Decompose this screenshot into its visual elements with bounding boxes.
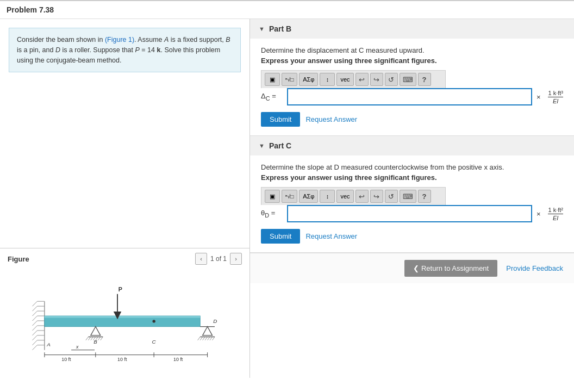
svg-line-20 <box>33 345 38 350</box>
part-c-collapse-icon: ▼ <box>259 142 265 149</box>
part-c-description: Determine the slope at D measured counte… <box>261 163 563 171</box>
svg-line-34 <box>213 337 215 340</box>
figure-canvas: P <box>0 269 249 378</box>
part-c-toolbar: ▣ ⁿ√□ AΣφ ↕ vec ↩ ↪ ↺ ⌨ ? <box>261 187 446 205</box>
beam-diagram: P <box>11 275 239 367</box>
part-b-unit-den: EI <box>553 97 558 104</box>
svg-text:D: D <box>213 318 217 324</box>
part-c-instruction: Express your answer using three signific… <box>261 173 563 182</box>
svg-line-28 <box>198 337 200 340</box>
part-c-unit-num: 1 k·ft² <box>548 207 563 214</box>
info-box: Consider the beam shown in (Figure 1). A… <box>9 28 241 72</box>
svg-marker-26 <box>203 327 213 335</box>
help-button-c[interactable]: ? <box>418 190 431 203</box>
aze-button-b[interactable]: AΣφ <box>299 73 318 86</box>
svg-line-30 <box>203 337 205 340</box>
svg-rect-22 <box>45 316 200 318</box>
part-c-unit-den: EI <box>553 214 558 221</box>
part-b-submit-button[interactable]: Submit <box>261 112 300 127</box>
part-c-title: Part C <box>269 141 291 150</box>
part-b-body: Determine the displacement at C measured… <box>250 39 574 135</box>
part-b-header[interactable]: ▼ Part B <box>250 19 574 39</box>
part-c-times: × <box>536 210 541 218</box>
figure-nav: ‹ 1 of 1 › <box>195 253 242 265</box>
svg-line-17 <box>33 331 38 335</box>
arrows-button-b[interactable]: ↕ <box>320 73 335 86</box>
part-c-request-link[interactable]: Request Answer <box>305 232 357 240</box>
svg-text:x: x <box>76 344 79 350</box>
undo-button-c[interactable]: ↩ <box>355 190 369 203</box>
bottom-bar: ❮ Return to Assignment Provide Feedback <box>250 253 574 283</box>
part-b-times: × <box>536 93 541 101</box>
figure-link[interactable]: (Figure 1) <box>105 36 134 43</box>
part-b-input-label: ΔC = <box>261 92 283 102</box>
part-b-collapse-icon: ▼ <box>259 26 265 32</box>
redo-button-b[interactable]: ↪ <box>370 73 383 86</box>
svg-line-43 <box>101 337 103 340</box>
undo-button-b[interactable]: ↩ <box>355 73 369 86</box>
sqrt-button-c[interactable]: ⁿ√□ <box>282 190 297 203</box>
part-c-submit-button[interactable]: Submit <box>261 229 300 244</box>
svg-line-12 <box>33 306 38 311</box>
info-text: Consider the beam shown in (Figure 1). A… <box>17 36 230 64</box>
svg-line-15 <box>33 321 38 326</box>
part-c-action-row: Submit Request Answer <box>261 229 563 244</box>
part-b-input[interactable] <box>287 88 532 105</box>
keyboard-button-b[interactable]: ⌨ <box>400 73 416 86</box>
reset-button-c[interactable]: ↺ <box>385 190 398 203</box>
svg-line-32 <box>208 337 210 340</box>
matrix-button-c[interactable]: ▣ <box>265 190 280 203</box>
arrows-button-c[interactable]: ↕ <box>320 190 335 203</box>
svg-line-19 <box>33 340 38 345</box>
svg-line-16 <box>33 326 38 331</box>
svg-line-18 <box>33 335 38 340</box>
svg-text:C: C <box>152 339 157 345</box>
part-c-body: Determine the slope at D measured counte… <box>250 155 574 252</box>
svg-line-37 <box>86 337 88 340</box>
prev-figure-button[interactable]: ‹ <box>195 253 207 265</box>
part-b-action-row: Submit Request Answer <box>261 112 563 127</box>
part-b-request-link[interactable]: Request Answer <box>305 115 357 123</box>
left-panel: Consider the beam shown in (Figure 1). A… <box>0 19 250 378</box>
part-b-unit: 1 k·ft³ EI <box>548 90 563 104</box>
part-c-header[interactable]: ▼ Part C <box>250 136 574 155</box>
aze-button-c[interactable]: AΣφ <box>299 190 318 203</box>
redo-button-c[interactable]: ↪ <box>370 190 383 203</box>
help-button-b[interactable]: ? <box>418 73 431 86</box>
svg-text:A: A <box>46 341 51 347</box>
svg-text:10 ft: 10 ft <box>61 357 71 362</box>
return-to-assignment-button[interactable]: ❮ Return to Assignment <box>404 260 497 277</box>
part-b-unit-num: 1 k·ft³ <box>548 90 563 97</box>
page-indicator: 1 of 1 <box>210 255 227 263</box>
svg-line-31 <box>205 337 207 340</box>
svg-line-14 <box>33 316 38 321</box>
svg-line-38 <box>88 337 90 340</box>
part-c-input[interactable] <box>287 205 532 222</box>
svg-line-13 <box>33 311 38 316</box>
part-b-toolbar: ▣ ⁿ√□ AΣφ ↕ vec ↩ ↪ ↺ ⌨ ? <box>261 70 446 88</box>
reset-button-b[interactable]: ↺ <box>385 73 398 86</box>
part-b-section: ▼ Part B Determine the displacement at C… <box>250 19 574 136</box>
svg-text:B: B <box>93 339 97 345</box>
vec-button-c[interactable]: vec <box>336 190 353 203</box>
part-c-section: ▼ Part C Determine the slope at D measur… <box>250 136 574 253</box>
svg-line-42 <box>98 337 100 340</box>
svg-point-44 <box>153 320 155 322</box>
svg-marker-35 <box>91 327 101 335</box>
part-c-input-label: θD = <box>261 209 283 219</box>
part-b-description: Determine the displacement at C measured… <box>261 46 563 54</box>
svg-text:10 ft: 10 ft <box>117 357 127 362</box>
svg-line-11 <box>33 301 38 306</box>
svg-line-39 <box>91 337 93 340</box>
svg-text:P: P <box>118 286 122 293</box>
problem-title: Problem 7.38 <box>0 1 574 19</box>
matrix-button-b[interactable]: ▣ <box>265 73 280 86</box>
part-b-title: Part B <box>269 24 291 33</box>
vec-button-b[interactable]: vec <box>336 73 353 86</box>
part-c-unit: 1 k·ft² EI <box>548 207 563 221</box>
right-panel: ▼ Part B Determine the displacement at C… <box>250 19 574 378</box>
sqrt-button-b[interactable]: ⁿ√□ <box>282 73 297 86</box>
next-figure-button[interactable]: › <box>230 253 242 265</box>
provide-feedback-link[interactable]: Provide Feedback <box>506 264 563 272</box>
keyboard-button-c[interactable]: ⌨ <box>400 190 416 203</box>
